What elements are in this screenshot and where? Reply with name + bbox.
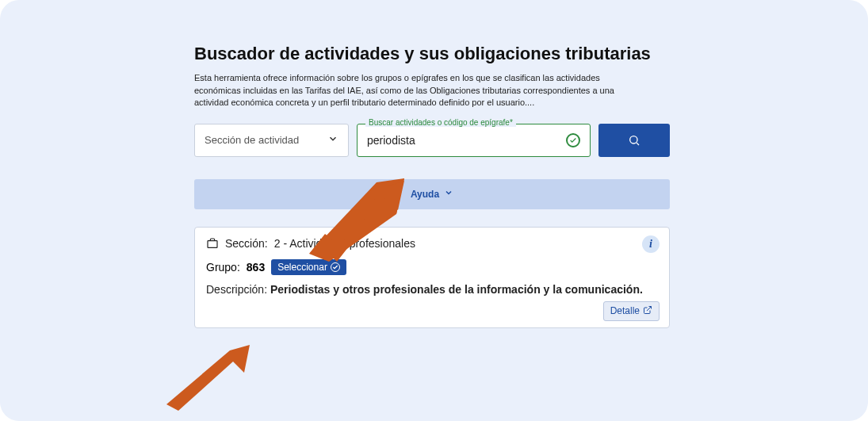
briefcase-icon — [206, 237, 219, 250]
search-icon — [628, 134, 640, 147]
search-row: Sección de actividad Buscar actividades … — [194, 124, 670, 157]
external-link-icon — [643, 305, 652, 317]
search-button[interactable] — [598, 124, 670, 157]
svg-line-1 — [637, 143, 639, 145]
search-input-label: Buscar actividades o código de epígrafe* — [365, 118, 516, 127]
main-content: Buscador de actividades y sus obligacion… — [194, 44, 670, 328]
grupo-code: 863 — [247, 261, 265, 274]
detail-button[interactable]: Detalle — [603, 301, 660, 321]
description-label: Descripción: — [206, 283, 267, 296]
result-card: i Sección: 2 - Actividades profesionales… — [194, 227, 670, 328]
section-select[interactable]: Sección de actividad — [194, 124, 349, 157]
annotation-arrow-icon — [159, 341, 262, 412]
svg-point-0 — [630, 136, 637, 143]
section-label: Sección: — [225, 237, 268, 250]
page-container: Buscador de actividades y sus obligacion… — [0, 0, 868, 421]
grupo-label: Grupo: — [206, 261, 240, 274]
grupo-row: Grupo: 863 Seleccionar — [206, 259, 658, 275]
check-circle-icon — [331, 262, 340, 272]
search-input-wrap: Buscar actividades o código de epígrafe* — [357, 124, 591, 157]
chevron-down-icon — [444, 188, 453, 200]
chevron-down-icon — [327, 133, 338, 147]
info-icon[interactable]: i — [642, 235, 660, 253]
intro-text: Esta herramienta ofrece información sobr… — [194, 72, 638, 109]
description-value: Periodistas y otros profesionales de la … — [270, 283, 643, 296]
section-select-placeholder: Sección de actividad — [205, 134, 299, 146]
description-row: Descripción: Periodistas y otros profesi… — [206, 283, 658, 296]
detail-button-label: Detalle — [610, 305, 640, 316]
check-circle-icon — [566, 133, 580, 147]
page-title: Buscador de actividades y sus obligacion… — [194, 44, 670, 64]
help-toggle[interactable]: Ayuda — [194, 179, 670, 209]
svg-line-3 — [647, 306, 652, 311]
search-input[interactable] — [367, 134, 566, 147]
help-label: Ayuda — [411, 189, 439, 200]
select-button[interactable]: Seleccionar — [271, 259, 346, 275]
select-button-label: Seleccionar — [277, 262, 327, 273]
svg-rect-2 — [208, 240, 217, 247]
result-section-row: Sección: 2 - Actividades profesionales — [206, 237, 658, 250]
section-value: 2 - Actividades profesionales — [274, 237, 415, 250]
